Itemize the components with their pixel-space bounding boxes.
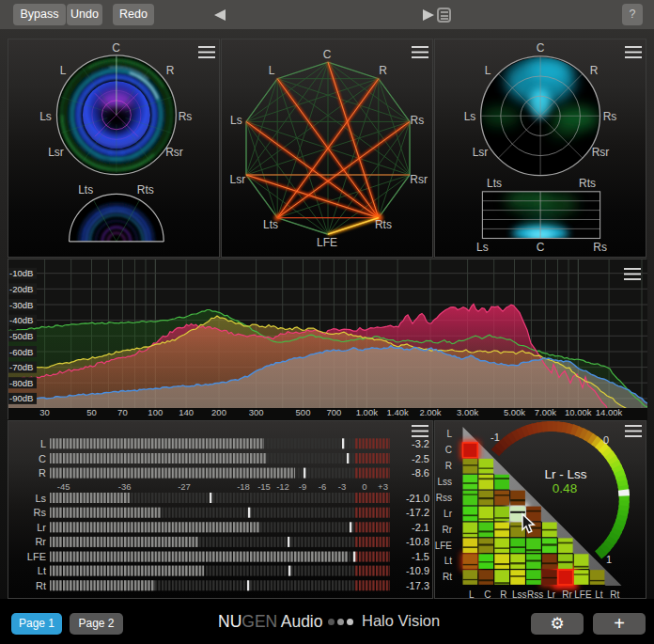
svg-text:2.00k: 2.00k [419, 407, 441, 417]
svg-text:1: 1 [606, 554, 612, 565]
svg-text:Ls: Ls [476, 241, 489, 254]
svg-text:Rss: Rss [436, 493, 452, 503]
svg-text:C: C [537, 241, 545, 254]
svg-text:Rsr: Rsr [592, 146, 610, 159]
svg-text:Rts: Rts [137, 183, 154, 196]
svg-text:Rts: Rts [375, 218, 392, 231]
svg-text:30: 30 [39, 407, 50, 417]
svg-text:Rt: Rt [443, 572, 452, 582]
svg-text:Ls: Ls [230, 114, 242, 127]
svg-text:Rt: Rt [36, 580, 46, 591]
svg-text:-20dB: -20dB [9, 284, 33, 294]
svg-text:500: 500 [296, 407, 311, 417]
svg-text:-15: -15 [257, 481, 271, 492]
svg-text:3.00k: 3.00k [457, 407, 478, 417]
svg-text:Lsr: Lsr [229, 173, 245, 186]
svg-text:R: R [590, 64, 599, 77]
svg-text:10.00k: 10.00k [565, 407, 592, 417]
svg-text:-17.2: -17.2 [406, 507, 429, 518]
svg-text:Lts: Lts [78, 183, 93, 196]
svg-text:-30dB: -30dB [9, 300, 33, 310]
svg-text:-3.2: -3.2 [412, 438, 429, 449]
svg-text:Rs: Rs [411, 114, 425, 127]
svg-text:Lts: Lts [263, 218, 278, 231]
svg-text:C: C [112, 41, 120, 55]
svg-text:-8.6: -8.6 [412, 467, 429, 479]
svg-text:-70dB: -70dB [9, 362, 33, 372]
svg-text:200: 200 [211, 407, 226, 417]
svg-text:LFE: LFE [27, 551, 46, 562]
svg-text:R: R [39, 467, 46, 479]
svg-text:1.40k: 1.40k [386, 407, 408, 417]
svg-text:-10dB: -10dB [9, 268, 33, 278]
svg-text:-10.9: -10.9 [406, 565, 429, 576]
svg-text:LFE: LFE [317, 236, 337, 249]
svg-text:Rs: Rs [34, 507, 47, 518]
svg-text:R: R [445, 461, 452, 471]
svg-text:Rs: Rs [179, 110, 193, 123]
svg-text:L: L [60, 64, 67, 77]
svg-text:Rts: Rts [579, 177, 596, 190]
svg-text:R: R [379, 64, 387, 77]
svg-text:Lr - Lss: Lr - Lss [544, 467, 586, 481]
svg-text:Ls: Ls [35, 493, 46, 504]
svg-text:Rr: Rr [442, 525, 452, 535]
svg-text:-1.5: -1.5 [412, 551, 429, 562]
svg-text:Lss: Lss [437, 477, 452, 487]
svg-text:Lsr: Lsr [473, 146, 489, 159]
svg-text:70: 70 [117, 407, 128, 417]
svg-text:14.00k: 14.00k [596, 407, 623, 417]
svg-text:C: C [39, 453, 46, 464]
svg-text:Rs: Rs [603, 110, 617, 123]
svg-text:-21.0: -21.0 [406, 493, 429, 504]
svg-text:Ls: Ls [39, 110, 52, 123]
svg-text:-40dB: -40dB [9, 315, 33, 325]
svg-text:-60dB: -60dB [9, 347, 33, 357]
svg-text:-10.8: -10.8 [406, 536, 429, 547]
svg-text:R: R [166, 64, 175, 77]
svg-text:-9: -9 [299, 481, 306, 492]
svg-text:7.00k: 7.00k [535, 407, 556, 417]
svg-text:C: C [445, 445, 452, 455]
svg-text:700: 700 [326, 407, 341, 417]
svg-text:Rr: Rr [35, 536, 46, 547]
svg-text:-1: -1 [490, 432, 500, 443]
svg-text:Lr: Lr [444, 509, 453, 519]
svg-text:Lts: Lts [487, 177, 502, 190]
svg-text:0: 0 [603, 434, 609, 446]
svg-text:L: L [40, 438, 46, 449]
svg-text:-18: -18 [237, 481, 250, 492]
svg-text:Ls: Ls [464, 110, 476, 123]
svg-text:L: L [269, 64, 275, 77]
svg-text:Rsr: Rsr [410, 173, 428, 186]
svg-text:+3: +3 [378, 481, 388, 492]
svg-text:Lr: Lr [37, 522, 46, 533]
svg-text:-12: -12 [276, 481, 289, 492]
svg-text:-2.1: -2.1 [412, 522, 429, 533]
svg-text:-27: -27 [178, 481, 191, 492]
svg-text:-90dB: -90dB [9, 393, 33, 403]
svg-text:-50dB: -50dB [9, 331, 33, 341]
svg-text:140: 140 [179, 407, 194, 417]
svg-text:C: C [323, 48, 332, 61]
svg-text:-45: -45 [57, 481, 70, 492]
svg-text:1.00k: 1.00k [356, 407, 378, 417]
svg-text:50: 50 [86, 407, 97, 417]
svg-text:Rs: Rs [593, 241, 607, 254]
svg-text:Lt: Lt [38, 565, 46, 576]
svg-text:5.00k: 5.00k [504, 407, 525, 417]
svg-text:-2.5: -2.5 [412, 453, 429, 464]
svg-text:Rsr: Rsr [165, 146, 183, 159]
svg-text:0.48: 0.48 [553, 481, 577, 495]
svg-text:0: 0 [362, 481, 366, 492]
svg-text:-80dB: -80dB [9, 378, 33, 388]
svg-text:-3: -3 [338, 481, 346, 492]
svg-text:Lt: Lt [444, 556, 453, 566]
svg-text:L: L [446, 429, 452, 439]
svg-text:300: 300 [249, 407, 264, 417]
svg-text:-6: -6 [319, 481, 326, 492]
svg-text:L: L [485, 64, 491, 77]
svg-text:LFE: LFE [435, 541, 452, 551]
svg-text:-17.3: -17.3 [406, 580, 429, 591]
svg-text:100: 100 [148, 407, 163, 417]
